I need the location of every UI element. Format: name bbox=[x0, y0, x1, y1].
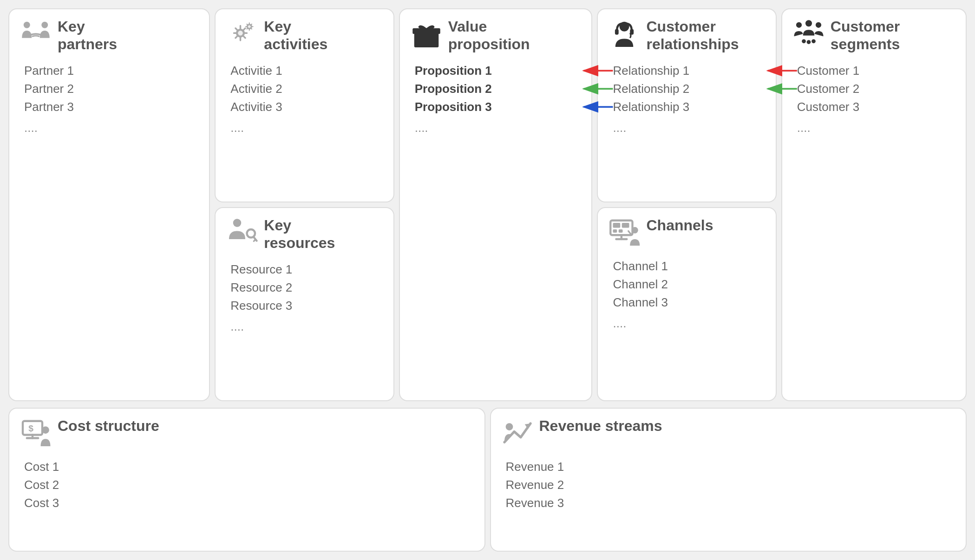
svg-rect-20 bbox=[615, 29, 619, 35]
relationship-item-1: Relationship 1 bbox=[613, 64, 765, 78]
svg-rect-26 bbox=[619, 229, 623, 233]
customer-segments-icon bbox=[792, 18, 825, 50]
partner-item-1: Partner 1 bbox=[24, 64, 199, 78]
revenue-item-3: Revenue 3 bbox=[506, 496, 956, 510]
svg-point-38 bbox=[505, 423, 513, 430]
value-proposition-title: Valueproposition bbox=[448, 18, 530, 53]
key-activities-header: Keyactivities bbox=[226, 18, 383, 53]
svg-point-36 bbox=[42, 426, 49, 434]
svg-point-28 bbox=[805, 20, 812, 26]
value-proposition-items: Proposition 1 Proposition 2 Proposition … bbox=[410, 64, 582, 135]
partner-item-3: Partner 3 bbox=[24, 100, 199, 114]
key-activities-icon bbox=[226, 18, 258, 50]
svg-point-32 bbox=[811, 39, 816, 43]
cost-item-2: Cost 2 bbox=[24, 478, 474, 492]
svg-point-29 bbox=[796, 22, 802, 28]
channels-header: Channels bbox=[608, 216, 765, 249]
activity-item-3: Activitie 3 bbox=[230, 100, 383, 114]
customer-item-2: Customer 2 bbox=[797, 82, 955, 96]
customer-item-3: Customer 3 bbox=[797, 100, 955, 114]
proposition-item-2: Proposition 2 bbox=[415, 82, 582, 96]
revenue-streams-icon bbox=[501, 417, 534, 449]
channel-item-3: Channel 3 bbox=[613, 295, 765, 310]
activity-item-2: Activitie 2 bbox=[230, 82, 383, 96]
customer-relationships-title: Customerrelationships bbox=[646, 18, 739, 53]
cost-structure-icon: $ bbox=[20, 417, 52, 449]
channels-title: Channels bbox=[646, 216, 713, 234]
customer-relationships-card: Customerrelationships Relationship 1 Rel… bbox=[597, 8, 776, 202]
svg-rect-23 bbox=[613, 223, 621, 228]
key-resources-header: Keyresources bbox=[226, 216, 383, 252]
revenue-item-2: Revenue 2 bbox=[506, 478, 956, 492]
key-resources-items: Resource 1 Resource 2 Resource 3 .... bbox=[226, 262, 383, 334]
key-partners-title: Keypartners bbox=[58, 18, 117, 53]
relationship-item-dots: .... bbox=[613, 121, 765, 135]
svg-point-8 bbox=[24, 22, 30, 28]
cost-item-1: Cost 1 bbox=[24, 460, 474, 474]
activity-item-1: Activitie 1 bbox=[230, 64, 383, 78]
channel-item-dots: .... bbox=[613, 316, 765, 331]
key-activities-title: Keyactivities bbox=[264, 18, 327, 53]
key-activities-items: Activitie 1 Activitie 2 Activitie 3 .... bbox=[226, 64, 383, 135]
cost-structure-title: Cost structure bbox=[58, 417, 159, 435]
activities-resources-col: Keyactivities Activitie 1 Activitie 2 Ac… bbox=[215, 8, 394, 401]
activity-item-dots: .... bbox=[230, 121, 383, 135]
customer-item-1: Customer 1 bbox=[797, 64, 955, 78]
resource-item-dots: .... bbox=[230, 319, 383, 334]
revenue-streams-header: Revenue streams bbox=[501, 417, 956, 449]
key-resources-icon bbox=[226, 216, 258, 249]
customer-item-dots: .... bbox=[797, 121, 955, 135]
customer-segments-title: Customersegments bbox=[831, 18, 900, 53]
cost-structure-card: $ Cost structure Cost 1 Cost 2 Cost 3 bbox=[8, 408, 485, 552]
channel-item-2: Channel 2 bbox=[613, 277, 765, 292]
key-activities-card: Keyactivities Activitie 1 Activitie 2 Ac… bbox=[215, 8, 394, 202]
revenue-item-1: Revenue 1 bbox=[506, 460, 956, 474]
partner-item-2: Partner 2 bbox=[24, 82, 199, 96]
revenue-streams-title: Revenue streams bbox=[539, 417, 662, 435]
customer-relationships-icon bbox=[608, 18, 641, 50]
proposition-item-3: Proposition 3 bbox=[415, 100, 582, 114]
customer-segments-header: Customersegments bbox=[792, 18, 955, 53]
relationships-channels-col: Customerrelationships Relationship 1 Rel… bbox=[597, 8, 776, 401]
value-proposition-header: Valueproposition bbox=[410, 18, 582, 53]
resource-item-3: Resource 3 bbox=[230, 299, 383, 313]
svg-point-11 bbox=[238, 31, 243, 36]
key-resources-card: Keyresources Resource 1 Resource 2 Resou… bbox=[215, 207, 394, 401]
svg-rect-25 bbox=[613, 229, 617, 233]
partner-item-dots: .... bbox=[24, 121, 199, 135]
svg-point-33 bbox=[806, 40, 811, 44]
svg-point-27 bbox=[632, 227, 638, 234]
customer-segments-items: Customer 1 Customer 2 Customer 3 .... bbox=[792, 64, 955, 135]
svg-point-30 bbox=[816, 22, 821, 28]
key-resources-title: Keyresources bbox=[264, 216, 335, 252]
svg-text:$: $ bbox=[28, 423, 33, 433]
relationship-item-2: Relationship 2 bbox=[613, 82, 765, 96]
revenue-streams-items: Revenue 1 Revenue 2 Revenue 3 bbox=[501, 460, 956, 510]
svg-rect-24 bbox=[622, 223, 629, 228]
channel-item-1: Channel 1 bbox=[613, 259, 765, 273]
value-proposition-icon bbox=[410, 18, 443, 50]
cost-item-3: Cost 3 bbox=[24, 496, 474, 510]
svg-rect-18 bbox=[424, 28, 428, 47]
value-proposition-card: Valueproposition Proposition 1 Propositi… bbox=[399, 8, 593, 401]
svg-point-31 bbox=[802, 39, 806, 43]
customer-segments-card: Customersegments Customer 1 Customer 2 C… bbox=[781, 8, 967, 401]
proposition-item-1: Proposition 1 bbox=[415, 64, 582, 78]
svg-point-9 bbox=[41, 22, 48, 28]
channels-card: Channels Channel 1 Channel 2 Channel 3 .… bbox=[597, 207, 776, 401]
customer-relationships-header: Customerrelationships bbox=[608, 18, 765, 53]
resource-item-1: Resource 1 bbox=[230, 262, 383, 277]
key-partners-header: Keypartners bbox=[20, 18, 199, 53]
key-partners-items: Partner 1 Partner 2 Partner 3 .... bbox=[20, 64, 199, 135]
key-partners-icon bbox=[20, 18, 52, 50]
bottom-section: $ Cost structure Cost 1 Cost 2 Cost 3 bbox=[8, 408, 967, 552]
proposition-item-dots: .... bbox=[415, 121, 582, 135]
key-partners-card: Keypartners Partner 1 Partner 2 Partner … bbox=[8, 8, 210, 401]
channels-icon bbox=[608, 216, 641, 249]
svg-point-14 bbox=[233, 219, 242, 227]
revenue-streams-card: Revenue streams Revenue 1 Revenue 2 Reve… bbox=[490, 408, 967, 552]
cost-structure-header: $ Cost structure bbox=[20, 417, 474, 449]
customer-relationships-items: Relationship 1 Relationship 2 Relationsh… bbox=[608, 64, 765, 135]
channels-items: Channel 1 Channel 2 Channel 3 .... bbox=[608, 259, 765, 331]
resource-item-2: Resource 2 bbox=[230, 280, 383, 295]
